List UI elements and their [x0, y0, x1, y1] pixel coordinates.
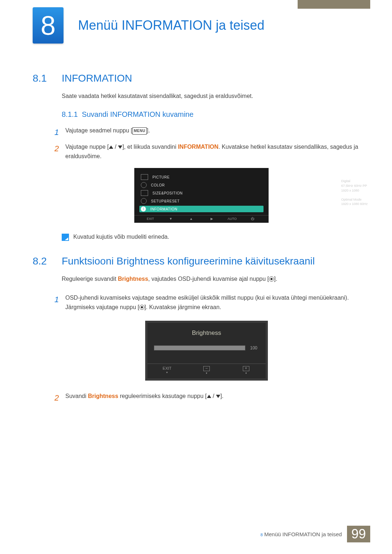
osd-minus: −▾ [187, 366, 226, 375]
text: Reguleerige suvandit [62, 276, 118, 282]
circle-button-icon [269, 276, 274, 282]
osd-item-sizeposition: SIZE&POSITION [134, 189, 269, 197]
info-line: Digital [341, 179, 392, 184]
section-8-2-heading: 8.2 Funktsiooni Brightness konfigureerim… [33, 255, 359, 267]
osd-up-icon: ▲ [181, 217, 201, 221]
page-number: 99 [347, 526, 370, 542]
section-8-2-intro: Reguleerige suvandit Brightness, vajutad… [62, 276, 359, 282]
text: ]. [147, 127, 150, 134]
note-text: Kuvatud kujutis võib mudeliti erineda. [73, 234, 169, 240]
step-number: 1 [54, 293, 65, 312]
info-line: 67.5kHz 60Hz PP [341, 184, 392, 188]
osd-item-color: COLOR [134, 181, 269, 189]
header-accent-bar [298, 0, 370, 9]
step-1: 1 Vajutage seadmel nuppu [MENU]. [54, 126, 359, 139]
text: , vajutades OSD-juhendi kuvamise ajal nu… [148, 276, 269, 282]
step-2-sec82: 2 Suvandi Brightness reguleerimiseks kas… [54, 391, 359, 404]
section-title: Funktsiooni Brightness konfigureerimine … [62, 255, 315, 267]
menu-button-icon: MENU [132, 127, 147, 135]
text: ]. [274, 276, 277, 282]
chapter-title: Menüü INFORMATION ja teised [78, 18, 264, 33]
text: ], et liikuda suvandini [122, 144, 178, 150]
osd-item-information-selected: iINFORMATION [139, 206, 264, 212]
text: ]. Kuvatakse järgmine ekraan. [144, 304, 221, 310]
osd-info-panel: Digital 67.5kHz 60Hz PP 1920 x 1080 Opti… [341, 179, 392, 206]
info-line: 1920 x 1080 [341, 188, 392, 193]
keyword-brightness: Brightness [88, 393, 118, 399]
triangle-down-icon [118, 145, 122, 149]
circle-button-icon [139, 305, 144, 310]
step-number: 2 [54, 142, 65, 161]
osd-down-icon: ▼ [160, 217, 181, 221]
osd-label: PICTURE [152, 175, 170, 179]
osd-exit: EXIT [140, 217, 160, 221]
text: reguleerimiseks kasutage nuppu [ [118, 393, 207, 399]
subsection-8-1-1-title: 8.1.1 Suvandi INFORMATION kuvamine [62, 110, 359, 119]
osd-play-icon: ▶ [201, 217, 222, 221]
step-text: Vajutage seadmel nuppu [MENU]. [65, 126, 359, 139]
section-8-1-intro: Saate vaadata hetkel kasutatavat sisenda… [62, 93, 359, 99]
slider-value: 100 [248, 345, 259, 350]
triangle-up-icon [109, 145, 113, 149]
section-number: 8.2 [33, 255, 62, 267]
text: ]. [220, 393, 224, 399]
osd-bottom-bar: EXIT ▼ ▲ ▶ AUTO ⏻ [134, 215, 269, 221]
osd-label: COLOR [151, 183, 165, 187]
step-number: 1 [54, 126, 65, 139]
keyword-brightness: Brightness [118, 276, 148, 282]
text: Suvandi [65, 393, 88, 399]
info-icon: i [141, 206, 146, 212]
note: Kuvatud kujutis võib mudeliti erineda. [62, 234, 359, 241]
section-title: INFORMATION [62, 73, 132, 84]
step-text: Suvandi Brightness reguleerimiseks kasut… [65, 391, 359, 404]
brightness-osd-screenshot: Brightness 100 EXIT▾ −▾ +▾ [145, 321, 359, 381]
subsection-number: 8.1.1 [62, 110, 78, 118]
brightness-slider: 100 [154, 345, 259, 350]
step-1-sec82: 1 OSD-juhendi kuvamiseks vajutage seadme… [54, 293, 359, 312]
footer-chapter-title: Menüü INFORMATION ja teised [264, 531, 342, 537]
triangle-down-icon [216, 395, 220, 398]
slider-track [154, 345, 245, 350]
footer-chapter-num: 8 [261, 533, 263, 537]
page-footer: 8 Menüü INFORMATION ja teised 99 [261, 526, 370, 542]
osd-item-setupreset: SETUP&RESET [134, 197, 269, 205]
osd-menu-screenshot: PICTURE COLOR SIZE&POSITION SETUP&RESET … [134, 168, 359, 223]
osd-label: SETUP&RESET [151, 199, 180, 203]
brightness-title: Brightness [154, 329, 259, 337]
text: Vajutage seadmel nuppu [ [65, 127, 132, 134]
step-text: Vajutage nuppe [ / ], et liikuda suvandi… [65, 142, 359, 161]
info-line: 1920 x 1080 60Hz [341, 202, 392, 206]
osd-plus: +▾ [226, 366, 266, 375]
chapter-number-badge: 8 [33, 7, 64, 44]
info-line: Optimal Mode [341, 197, 392, 202]
osd-exit: EXIT▾ [147, 366, 187, 375]
brightness-bottom-bar: EXIT▾ −▾ +▾ [147, 364, 266, 378]
footer-text: 8 Menüü INFORMATION ja teised [261, 531, 342, 537]
step-text: OSD-juhendi kuvamiseks vajutage seadme e… [65, 293, 359, 312]
osd-auto: AUTO [222, 217, 242, 221]
osd-label: INFORMATION [150, 207, 177, 211]
section-number: 8.1 [33, 73, 62, 84]
section-8-1-heading: 8.1 INFORMATION [33, 73, 359, 84]
keyword-information: INFORMATION [178, 144, 219, 150]
triangle-up-icon [207, 395, 211, 398]
osd-label: SIZE&POSITION [152, 191, 183, 195]
text: Vajutage nuppe [ [65, 144, 109, 150]
osd-item-picture: PICTURE [134, 173, 269, 181]
osd-power-icon: ⏻ [242, 217, 263, 221]
step-2: 2 Vajutage nuppe [ / ], et liikuda suvan… [54, 142, 359, 161]
subsection-title-text: Suvandi INFORMATION kuvamine [82, 110, 194, 118]
step-number: 2 [54, 391, 65, 404]
note-icon [62, 234, 69, 241]
